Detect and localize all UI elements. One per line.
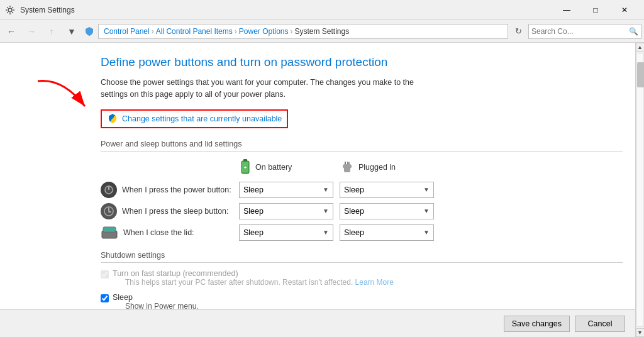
- search-box: 🔍: [528, 24, 641, 39]
- fast-startup-label: Turn on fast startup (recommended): [113, 269, 394, 278]
- fast-startup-item: Turn on fast startup (recommended) This …: [101, 269, 623, 289]
- plugged-in-label: Plugged in: [358, 163, 396, 172]
- search-icon[interactable]: 🔍: [629, 27, 638, 36]
- main-content: Define power buttons and turn on passwor…: [0, 43, 644, 337]
- svg-rect-16: [104, 228, 115, 231]
- forward-button[interactable]: →: [23, 23, 40, 40]
- learn-more-link[interactable]: Learn More: [355, 278, 394, 287]
- plugged-in-header: Plugged in: [340, 160, 440, 175]
- address-bar[interactable]: Control Panel › All Control Panel Items …: [98, 24, 508, 39]
- page-description: Choose the power settings that you want …: [101, 77, 428, 101]
- close-button[interactable]: ✕: [610, 0, 639, 20]
- shutdown-section: Shutdown settings Turn on fast startup (…: [101, 251, 623, 310]
- title-bar-left: System Settings: [5, 5, 75, 15]
- fast-startup-checkbox[interactable]: [101, 270, 109, 279]
- power-plugged-select[interactable]: Sleep ▼: [340, 182, 434, 198]
- scroll-track[interactable]: [636, 53, 644, 327]
- shutdown-section-title: Shutdown settings: [101, 251, 623, 263]
- select-arrow-5: ▼: [323, 229, 329, 236]
- sleep-label: Sleep: [113, 293, 199, 302]
- search-input[interactable]: [531, 27, 626, 36]
- on-battery-label: On battery: [255, 163, 292, 172]
- power-button-row: When I press the power button: Sleep ▼ S…: [101, 182, 623, 198]
- select-arrow-4: ▼: [423, 207, 430, 214]
- svg-rect-12: [108, 207, 109, 211]
- lid-row: When I close the lid: Sleep ▼ Sleep ▼: [101, 224, 623, 241]
- sleep-checkbox[interactable]: [101, 294, 109, 302]
- select-arrow-6: ▼: [423, 229, 430, 236]
- address-part-4: System Settings: [294, 27, 349, 36]
- window-title: System Settings: [20, 6, 75, 14]
- sleep-button-row: When I press the sleep button: Sleep ▼ S…: [101, 203, 623, 219]
- title-bar-controls: — □ ✕: [552, 0, 639, 20]
- sleep-item: Sleep Show in Power menu.: [101, 293, 623, 310]
- power-sleep-section: Power and sleep buttons and lid settings…: [101, 140, 623, 241]
- page-title: Define power buttons and turn on passwor…: [101, 55, 623, 69]
- footer: Save changes Cancel: [0, 309, 635, 337]
- scrollbar[interactable]: ▲ ▼: [635, 43, 644, 337]
- save-button[interactable]: Save changes: [504, 316, 570, 332]
- scroll-up-arrow[interactable]: ▲: [636, 43, 645, 52]
- up-button[interactable]: ↑: [43, 23, 60, 40]
- page-content: Define power buttons and turn on passwor…: [0, 43, 635, 309]
- scroll-down-arrow[interactable]: ▼: [636, 328, 645, 337]
- nav-shield-icon: [83, 25, 96, 38]
- lid-icon: [101, 226, 118, 240]
- svg-rect-3: [243, 159, 247, 162]
- nav-bar: ← → ↑ ▼ Control Panel › All Control Pane…: [0, 20, 644, 43]
- address-part-3: Power Options: [239, 27, 289, 36]
- svg-rect-13: [108, 211, 111, 213]
- lid-plugged-select[interactable]: Sleep ▼: [340, 224, 434, 241]
- power-button-icon: [101, 182, 117, 198]
- svg-text:+: +: [244, 165, 247, 170]
- change-settings-link[interactable]: Change settings that are currently unava…: [101, 109, 288, 128]
- lid-battery-select[interactable]: Sleep ▼: [239, 224, 333, 241]
- power-battery-select[interactable]: Sleep ▼: [239, 182, 333, 198]
- shield-uac-icon: [107, 113, 118, 124]
- on-battery-header: + On battery: [239, 158, 340, 177]
- column-headers: + On battery Plugged in: [101, 158, 623, 177]
- lid-label: When I close the lid:: [123, 228, 194, 237]
- title-bar: System Settings — □ ✕: [0, 0, 644, 20]
- power-button-label: When I press the power button:: [122, 185, 231, 194]
- power-sleep-section-title: Power and sleep buttons and lid settings: [101, 140, 623, 152]
- back-button[interactable]: ←: [3, 23, 20, 40]
- select-arrow-1: ▼: [323, 186, 329, 193]
- select-arrow-2: ▼: [423, 186, 430, 193]
- sleep-battery-select[interactable]: Sleep ▼: [239, 203, 333, 219]
- maximize-button[interactable]: □: [581, 0, 610, 20]
- svg-point-0: [8, 8, 12, 12]
- select-arrow-3: ▼: [323, 207, 329, 214]
- content-area: Define power buttons and turn on passwor…: [0, 43, 635, 337]
- refresh-button[interactable]: ↻: [511, 24, 526, 39]
- sleep-sublabel: Show in Power menu.: [125, 302, 199, 310]
- plug-icon: [340, 160, 355, 175]
- scroll-thumb[interactable]: [637, 62, 645, 87]
- address-part-1: Control Panel: [104, 27, 150, 36]
- address-part-2: All Control Panel Items: [156, 27, 233, 36]
- recent-locations-button[interactable]: ▼: [63, 23, 80, 40]
- red-arrow-svg: [25, 75, 101, 119]
- battery-icon: +: [239, 158, 252, 177]
- settings-icon: [5, 5, 15, 15]
- minimize-button[interactable]: —: [552, 0, 581, 20]
- fast-startup-sublabel: This helps start your PC faster after sh…: [125, 278, 394, 287]
- sleep-button-label: When I press the sleep button:: [122, 207, 229, 216]
- cancel-button[interactable]: Cancel: [575, 316, 625, 332]
- sleep-button-icon: [101, 203, 117, 219]
- sleep-plugged-select[interactable]: Sleep ▼: [340, 203, 434, 219]
- change-settings-label: Change settings that are currently unava…: [122, 114, 282, 123]
